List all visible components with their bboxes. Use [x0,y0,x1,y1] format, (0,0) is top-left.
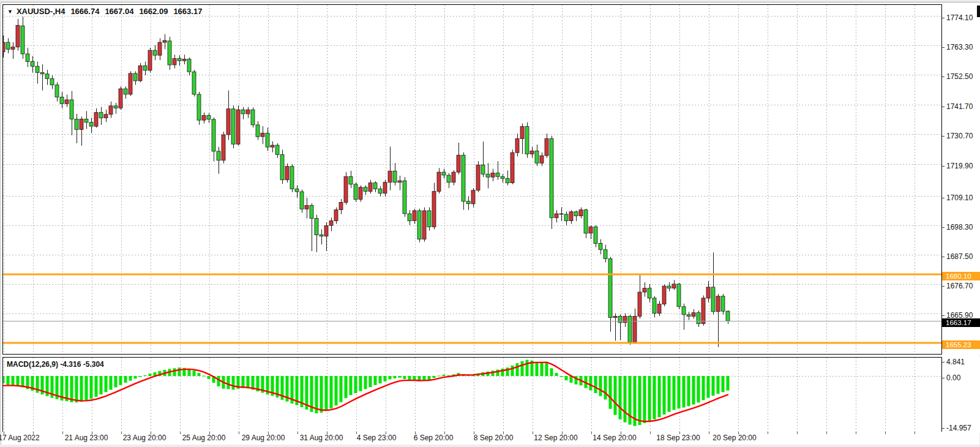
hline-price-label[interactable]: 1680.10 [942,272,980,280]
time-axis-tick [180,432,181,434]
price-pane[interactable]: ▼XAUUSD-,H41666.741667.041662.091663.17 [2,4,942,355]
time-axis-tick [591,432,592,434]
time-axis-label: 17 Aug 2022 [0,434,40,442]
time-scale[interactable]: 17 Aug 202221 Aug 23:0023 Aug 20:0025 Au… [2,432,942,443]
time-axis-label: 14 Sep 20:00 [593,434,636,442]
axis-tick [942,227,944,228]
macd-scale[interactable]: 4.8410.00-14.957 [942,357,980,433]
chart-window-body: ▼XAUUSD-,H41666.741667.041662.091663.17 … [1,2,979,445]
bid-price-label: 1663.17 [942,318,980,327]
axis-tick [942,77,944,77]
time-axis-label: 25 Aug 20:00 [182,434,226,442]
axis-tick [942,428,944,429]
macd-axis-label: 4.841 [946,358,965,366]
time-axis-label: 12 Sep 20:00 [534,434,577,442]
macd-axis-label: -14.957 [946,424,971,432]
price-axis-label: 1719.90 [946,162,973,170]
price-axis-label: 1752.50 [946,72,973,81]
axis-tick [942,257,944,257]
price-grid [3,5,941,354]
price-axis-label: 1709.10 [946,193,973,202]
macd-indicator-label: MACD(12,26,9) -4.316 -5.304 [7,360,104,369]
symbol-dropdown-icon[interactable]: ▼ [7,9,13,15]
time-axis-label: 4 Sep 23:00 [357,434,397,442]
axis-tick [942,47,944,48]
axis-tick [942,378,944,378]
price-axis-label: 1774.10 [946,13,973,22]
axis-tick [942,362,944,362]
ohlc-high: 1667.04 [105,7,133,16]
time-axis-tick [885,432,886,434]
time-axis-tick [856,432,856,434]
price-axis-label: 1730.70 [946,132,973,140]
axis-tick [942,315,944,316]
time-axis-tick [121,432,122,434]
ohlc-open: 1666.74 [70,7,99,16]
macd-pane[interactable]: MACD(12,26,9) -4.316 -5.304 [2,357,942,433]
time-axis-tick [297,432,298,434]
time-axis-tick [239,432,239,434]
price-scale[interactable]: 1774.101763.301752.501741.701730.701719.… [942,4,980,355]
axis-tick [942,166,944,167]
macd-axis-label: 0.00 [946,374,960,382]
top-right-marker [977,6,980,17]
time-axis-label: 8 Sep 20:00 [474,434,514,442]
axis-tick [942,136,944,137]
time-axis-label: 31 Aug 20:00 [300,434,343,442]
chart-title: ▼XAUUSD-,H41666.741667.041662.091663.17 [7,7,202,16]
price-axis-label: 1687.50 [946,252,973,261]
price-axis-label: 1741.70 [946,102,973,111]
time-axis-tick [709,432,709,434]
price-axis-label: 1698.30 [946,223,973,231]
time-axis-tick [650,432,651,434]
time-axis-label: 29 Aug 20:00 [242,434,285,442]
time-axis-label: 6 Sep 20:00 [414,434,454,442]
time-axis-tick [797,432,798,434]
hline-price-label[interactable]: 1655.23 [942,340,980,349]
macd-grid [3,358,941,432]
time-axis-label: 18 Sep 23:00 [656,434,700,442]
ohlc-low: 1662.09 [139,7,168,16]
price-axis-label: 1763.30 [946,43,973,51]
macd-chart-canvas[interactable] [3,358,941,432]
time-axis-tick [533,432,533,434]
axis-tick [942,18,944,18]
time-axis-tick [768,432,768,434]
symbol-timeframe-label: XAUUSD-,H4 [17,7,65,16]
axis-tick [942,107,944,107]
candle-wicks-layer [4,17,728,347]
time-axis-tick [915,432,915,434]
axis-tick [942,286,944,287]
price-axis-label: 1676.70 [946,282,973,290]
time-axis-tick [62,432,63,434]
mt4-chart-window: ▼XAUUSD-,H41666.741667.041662.091663.17 … [0,0,980,447]
time-axis-label: 20 Sep 20:00 [713,434,756,442]
axis-tick [942,198,944,198]
candles-layer [3,25,730,342]
price-chart-canvas[interactable] [3,5,941,354]
time-axis-label: 21 Aug 23:00 [65,434,108,442]
time-axis-label: 23 Aug 20:00 [123,434,166,442]
ohlc-close: 1663.17 [173,7,202,16]
time-axis-tick [826,432,827,434]
